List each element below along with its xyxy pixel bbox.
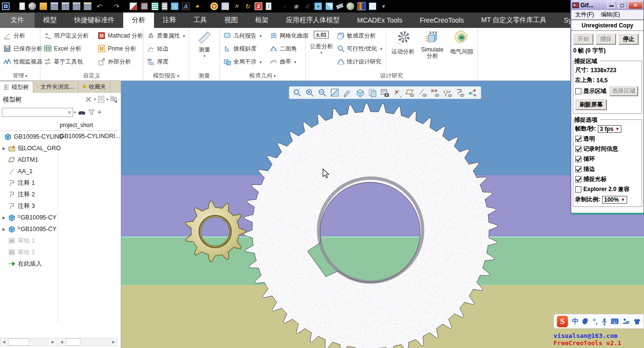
datum-display-icon[interactable] — [392, 88, 403, 98]
view-cube-icon[interactable] — [355, 88, 365, 98]
group-label-model-report[interactable]: 模型报告 — [143, 72, 189, 80]
scroll-thumb[interactable] — [8, 338, 29, 346]
big-gear[interactable] — [244, 103, 498, 348]
regenerate-icon[interactable] — [129, 2, 137, 10]
performance-monitor-button[interactable]: 性能监视器 — [2, 55, 39, 68]
command-list-icon[interactable] — [152, 2, 158, 10]
tree-row-note1[interactable]: 注释 1 — [0, 177, 121, 189]
excel-analysis-button[interactable]: Excel 分析 — [42, 42, 96, 55]
analysis-button[interactable]: 分析 — [2, 29, 39, 42]
spin-center-icon[interactable] — [467, 88, 478, 98]
tree-row-part1[interactable]: ▶ GB10095-CY — [0, 212, 121, 223]
tree-row-sketch2[interactable]: 草绘 2 — [0, 246, 121, 258]
scroll-left-icon[interactable]: ◀ — [0, 338, 7, 346]
mathcad-analysis-button[interactable]: MMathcad 分析 — [96, 29, 143, 42]
refresh-check-icon[interactable]: ↻ — [244, 2, 251, 10]
chinese-mode-icon[interactable]: 中 — [572, 317, 579, 326]
expand-arrow[interactable]: ▶ — [2, 227, 7, 232]
expand-arrow[interactable]: ▶ — [2, 216, 7, 220]
tab-manikin[interactable]: 应用程序人体模型 — [277, 13, 348, 28]
input-badge-icon[interactable]: 31 — [622, 318, 629, 325]
windows-switch-icon[interactable]: ▾ — [221, 2, 229, 10]
sogou-logo-icon[interactable]: S — [557, 316, 568, 327]
gif-close-button[interactable]: ✕ — [628, 1, 643, 9]
gif-stop-button[interactable]: 停止 — [618, 34, 639, 45]
sensitivity-analysis-button[interactable]: 敏感度分析 — [335, 29, 384, 42]
record-time-checkbox[interactable] — [575, 146, 581, 152]
tab-model[interactable]: 模型 — [35, 13, 65, 28]
globe-icon[interactable] — [347, 2, 354, 10]
gif-maximize-button[interactable]: ▢ — [618, 1, 627, 9]
tree-row-part2[interactable]: ▶ GB10095-CY — [0, 223, 121, 235]
explorer-compat-checkbox[interactable] — [575, 186, 581, 193]
tree-row-root[interactable]: GB10095-CYLIND GB10095-CYLINDRI... — [0, 131, 121, 142]
tab-model-tree[interactable]: 模型树 — [0, 81, 33, 93]
annotation-display-icon[interactable] — [455, 88, 465, 98]
tree-tools-dropdown[interactable]: ▾ — [94, 97, 96, 102]
prime-analysis-button[interactable]: MPrime 分析 — [96, 42, 143, 55]
view-style-cube-icon[interactable]: ▾ — [369, 2, 376, 10]
group-label-check-geometry[interactable]: 检查几何 — [220, 72, 305, 80]
moon-icon[interactable] — [582, 318, 589, 325]
scroll-thumb[interactable] — [66, 338, 80, 346]
tab-favorites[interactable]: ✱收藏夹 — [78, 81, 110, 93]
render-icon[interactable]: ✦ — [193, 2, 201, 10]
capture-icon[interactable] — [380, 88, 390, 98]
tab-mt-library[interactable]: MT 自定义零件库工具 — [473, 13, 555, 28]
mesh-surface-button[interactable]: 网格化曲面 — [268, 29, 306, 42]
close-window-icon[interactable]: ✕ — [232, 2, 240, 10]
show-region-checkbox[interactable] — [575, 88, 581, 94]
feasibility-optimization-button[interactable]: 可行性/优化 — [335, 42, 384, 55]
statistical-design-study-button[interactable]: 统计设计研究 — [335, 55, 384, 68]
gif-menu-file[interactable]: 文件(F) — [575, 11, 594, 19]
new-file-icon[interactable] — [19, 2, 25, 10]
group-label-manage[interactable]: 管理 — [0, 72, 40, 80]
user-defined-analysis-button[interactable]: 用户定义分析 — [42, 29, 96, 42]
tab-shortcut-parts[interactable]: 快捷键标准件 — [65, 13, 123, 28]
zoom-in-icon[interactable] — [305, 88, 315, 98]
expand-arrow[interactable]: ▶ — [2, 146, 7, 151]
global-interference-button[interactable]: 全局干涉 — [222, 55, 268, 68]
measure-ruler-icon[interactable] — [336, 3, 344, 9]
record-video-icon[interactable] — [141, 2, 148, 10]
target-icon[interactable] — [210, 2, 218, 10]
datum-plus-icon[interactable]: + — [314, 2, 322, 10]
motion-analysis-button[interactable]: 运动分析 — [388, 29, 417, 71]
toolkit-based-button[interactable]: 基于工具包 — [42, 55, 96, 68]
more-commands-icon[interactable]: ▼ — [380, 2, 387, 10]
gif-menu-edit[interactable]: 编辑(E) — [601, 11, 620, 19]
tab-annotate[interactable]: 注释 — [154, 13, 185, 28]
annotate-a-icon[interactable]: A — [182, 2, 190, 10]
thickness-button[interactable]: 3D厚度 — [145, 55, 188, 68]
electrical-clearance-button[interactable]: 电气间隙 — [447, 29, 477, 71]
appearance-gallery-icon[interactable] — [358, 2, 365, 10]
capture-cursor-checkbox[interactable] — [575, 176, 581, 182]
column-header-project-short[interactable]: project_short — [60, 122, 93, 130]
scale-dropdown[interactable]: 100%▼ — [602, 196, 627, 204]
app-menu-icon[interactable] — [2, 2, 10, 10]
measure-button[interactable]: 测量 ▾ — [191, 29, 218, 58]
display-style-icon[interactable] — [342, 88, 353, 98]
scroll-right-icon[interactable]: ▶ — [110, 338, 117, 346]
tree-row-note3[interactable]: 注释 3 — [0, 200, 121, 212]
tab-folder-browser[interactable]: 文件夹浏览... — [33, 81, 78, 93]
loop-checkbox[interactable] — [575, 156, 581, 162]
curvature-button[interactable]: 曲率 — [268, 55, 306, 68]
new-window-icon[interactable]: + — [171, 2, 179, 10]
graphics-area[interactable]: yxz — [121, 81, 644, 348]
tree-hscrollbar[interactable]: ◀▶ — [0, 338, 57, 346]
scroll-right-icon[interactable]: ▶ — [50, 338, 56, 346]
csys-display-icon[interactable]: yxz — [442, 88, 453, 98]
keyboard-icon[interactable] — [611, 318, 618, 324]
save-increment-icon[interactable] — [62, 2, 69, 10]
tree-tools-icon[interactable] — [85, 96, 92, 103]
undo-icon[interactable]: ↶ — [95, 2, 103, 10]
tree-filter-hide-icon[interactable] — [110, 96, 118, 103]
open-folder-icon[interactable] — [39, 2, 47, 10]
tree-settings-icon[interactable] — [98, 96, 104, 103]
tree-row-note2[interactable]: 注释 2 — [0, 189, 121, 200]
redo-icon[interactable]: ↷ — [112, 2, 120, 10]
tree-search-input[interactable] — [2, 108, 73, 117]
dihedral-angle-button[interactable]: 二面角 — [268, 42, 306, 55]
gear-model-canvas[interactable] — [121, 81, 644, 348]
